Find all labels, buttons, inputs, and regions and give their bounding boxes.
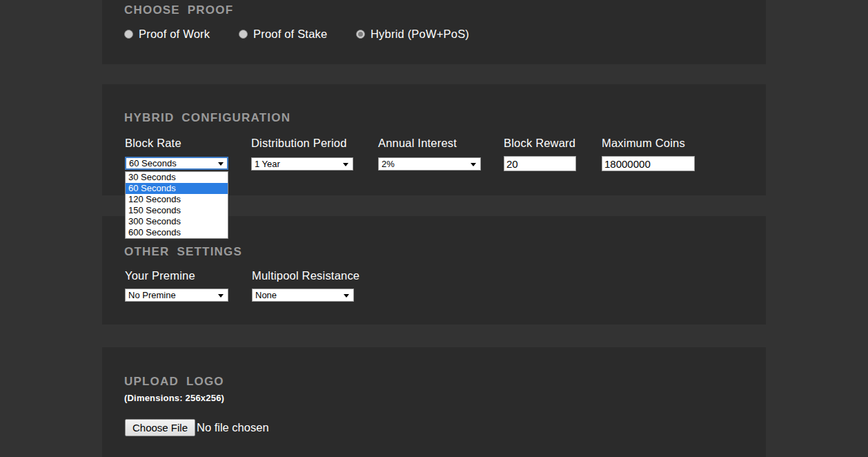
chevron-down-icon — [218, 294, 224, 298]
upload-logo-section: UPLOAD LOGO (Dimensions: 256x256) Choose… — [102, 347, 766, 457]
radio-proof-of-stake-label: Proof of Stake — [253, 28, 327, 41]
multipool-resistance-label: Multipool Resistance — [252, 269, 359, 282]
chevron-down-icon — [471, 163, 476, 166]
dropdown-option[interactable]: 300 Seconds — [126, 216, 228, 227]
block-rate-dropdown-list: 30 Seconds 60 Seconds 120 Seconds 150 Se… — [125, 171, 228, 239]
upload-logo-header: UPLOAD LOGO — [124, 375, 224, 389]
file-chosen-status: No file chosen — [197, 421, 269, 434]
dropdown-option[interactable]: 600 Seconds — [126, 227, 228, 238]
other-settings-header: OTHER SETTINGS — [124, 245, 242, 259]
block-rate-label: Block Rate — [125, 137, 181, 150]
block-rate-select-value: 60 Seconds — [129, 158, 177, 168]
distribution-period-select[interactable]: 1 Year — [251, 157, 353, 171]
annual-interest-select-value: 2% — [382, 159, 395, 169]
your-premine-label: Your Premine — [125, 269, 195, 282]
logo-dimensions-note: (Dimensions: 256x256) — [124, 393, 224, 403]
radio-unchecked-icon[interactable] — [124, 30, 133, 39]
your-premine-select[interactable]: No Premine — [125, 289, 228, 302]
your-premine-select-value: No Premine — [128, 290, 176, 300]
chevron-down-icon — [343, 163, 348, 166]
radio-hybrid[interactable]: Hybrid (PoW+PoS) — [356, 28, 469, 40]
annual-interest-select[interactable]: 2% — [378, 157, 481, 171]
choose-file-button[interactable]: Choose File — [125, 419, 195, 436]
coin-creator-page: CHOOSE PROOF Proof of Work Proof of Stak… — [0, 0, 868, 457]
chevron-down-icon — [218, 162, 224, 166]
block-reward-input[interactable] — [504, 156, 576, 171]
choose-proof-section: CHOOSE PROOF Proof of Work Proof of Stak… — [102, 0, 766, 64]
block-reward-label: Block Reward — [504, 137, 575, 150]
radio-proof-of-work-label: Proof of Work — [139, 28, 210, 41]
radio-checked-icon[interactable] — [356, 30, 365, 39]
chevron-down-icon — [344, 294, 349, 298]
dropdown-option[interactable]: 120 Seconds — [126, 194, 228, 205]
multipool-resistance-select-value: None — [255, 290, 277, 300]
maximum-coins-label: Maximum Coins — [602, 137, 685, 150]
radio-proof-of-work[interactable]: Proof of Work — [124, 28, 210, 40]
radio-unchecked-icon[interactable] — [239, 30, 248, 39]
hybrid-configuration-header: HYBRID CONFIGURATION — [124, 111, 290, 125]
distribution-period-label: Distribution Period — [251, 137, 347, 150]
multipool-resistance-select[interactable]: None — [252, 289, 354, 302]
radio-proof-of-stake[interactable]: Proof of Stake — [239, 28, 327, 40]
annual-interest-label: Annual Interest — [378, 137, 457, 150]
distribution-period-select-value: 1 Year — [255, 159, 280, 169]
block-rate-select[interactable]: 60 Seconds — [125, 157, 228, 170]
choose-proof-header: CHOOSE PROOF — [124, 3, 233, 17]
dropdown-option[interactable]: 150 Seconds — [126, 205, 228, 216]
dropdown-option[interactable]: 30 Seconds — [126, 172, 228, 183]
maximum-coins-input[interactable] — [602, 156, 695, 171]
dropdown-option-selected[interactable]: 60 Seconds — [126, 183, 228, 194]
radio-hybrid-label: Hybrid (PoW+PoS) — [371, 28, 469, 41]
